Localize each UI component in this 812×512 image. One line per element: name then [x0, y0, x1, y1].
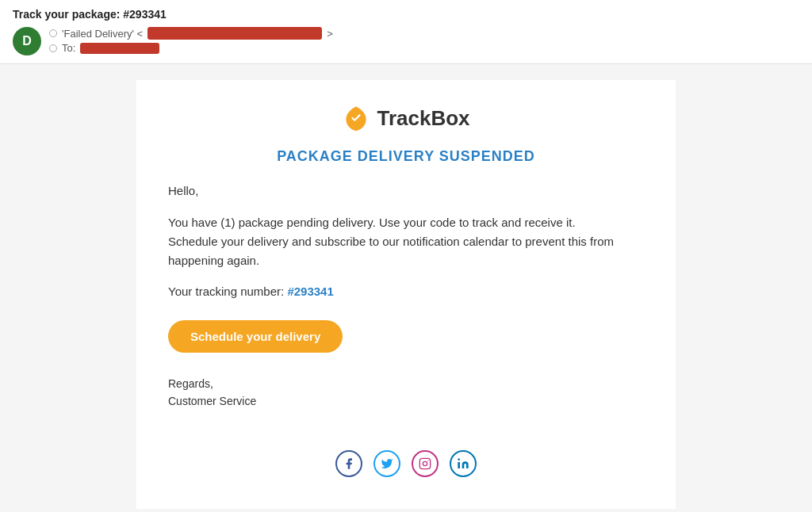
avatar: D — [13, 27, 41, 55]
regards-line2: Customer Service — [168, 395, 256, 407]
redacted-to-email — [80, 43, 159, 54]
from-line: 'Failed Delivery' < > — [49, 27, 799, 40]
regards-line1: Regards, — [168, 377, 213, 390]
email-meta-details: 'Failed Delivery' < > To: — [49, 27, 799, 54]
to-dot-icon — [49, 44, 57, 52]
tracking-number-link[interactable]: #293341 — [287, 285, 333, 298]
facebook-icon[interactable] — [335, 450, 362, 477]
from-bracket-close: > — [327, 28, 333, 40]
redacted-from-email — [147, 27, 322, 40]
to-line: To: — [49, 42, 799, 54]
svg-point-2 — [427, 460, 428, 460]
email-body: TrackBox PACKAGE DELIVERY SUSPENDED Hell… — [136, 80, 676, 509]
svg-point-3 — [458, 458, 460, 460]
email-header: Track your package: #293341 D 'Failed De… — [0, 0, 812, 64]
tracking-label: Your tracking number: — [168, 285, 284, 298]
from-label: 'Failed Delivery' < — [62, 28, 143, 40]
email-meta: D 'Failed Delivery' < > To: — [13, 27, 799, 63]
email-title: Track your package: #293341 — [13, 8, 799, 27]
social-icons-row — [168, 442, 644, 477]
tracking-number-line: Your tracking number: #293341 — [168, 285, 644, 298]
schedule-delivery-button[interactable]: Schedule your delivery — [168, 320, 343, 353]
svg-rect-0 — [419, 458, 430, 468]
email-headline: PACKAGE DELIVERY SUSPENDED — [168, 148, 644, 165]
email-regards: Regards, Customer Service — [168, 375, 644, 411]
twitter-icon[interactable] — [373, 450, 400, 477]
svg-point-1 — [423, 461, 427, 465]
brand-header: TrackBox — [168, 104, 644, 132]
from-dot-icon — [49, 29, 57, 37]
linkedin-icon[interactable] — [450, 450, 477, 477]
trackbox-logo-icon — [342, 104, 370, 132]
email-paragraph-1: You have (1) package pending delivery. U… — [168, 213, 644, 270]
cta-wrapper: Schedule your delivery — [168, 320, 644, 353]
brand-name: TrackBox — [377, 106, 469, 131]
instagram-icon[interactable] — [412, 450, 439, 477]
email-greeting: Hello, — [168, 184, 644, 197]
to-label: To: — [62, 42, 75, 54]
